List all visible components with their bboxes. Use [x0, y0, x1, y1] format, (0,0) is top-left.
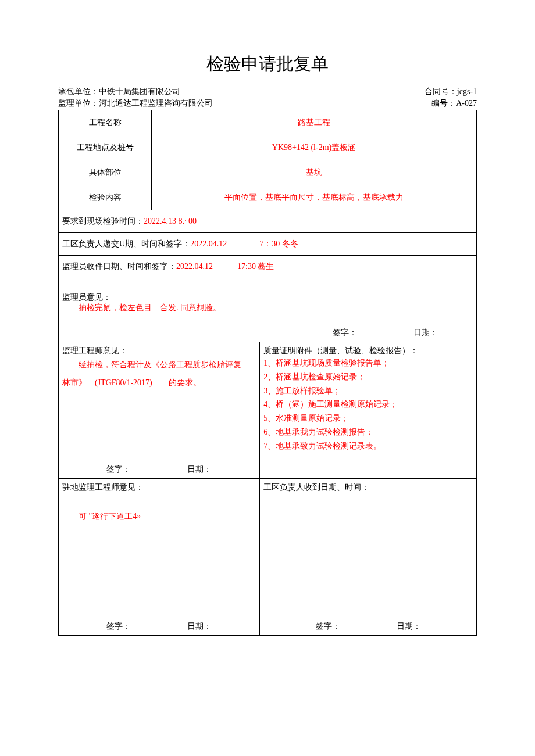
submit-value: 2022.04.12 7：30 冬冬 — [190, 239, 298, 248]
project-name-value: 路基工程 — [152, 110, 477, 135]
serial-no-value: A-027 — [456, 99, 477, 108]
attachment-3: 3、施工放样报验单； — [263, 384, 473, 398]
resident-text: 可 "遂行下道工4» — [79, 511, 256, 522]
supervisor-opinion-label: 监理员意见： — [62, 292, 473, 303]
row-require-time: 要求到现场检验时间：2022.4.13 8.· 00 — [59, 210, 477, 233]
content-label: 检验内容 — [59, 185, 152, 210]
serial-no-label: 编号： — [431, 99, 456, 108]
row-receive: 监理员收件日期、时间和签字：2022.04.12 17:30 蓦生 — [59, 256, 477, 278]
row-location: 工程地点及桩号 YK98+142 (l-2m)盖板涵 — [59, 135, 477, 160]
supervisor-value: 河北通达工程监理咨询有限公司 — [99, 99, 213, 108]
require-time-value: 2022.4.13 8.· 00 — [144, 217, 197, 225]
supervisor-label: 监理单位： — [58, 99, 99, 108]
engineer-sign-label: 签字： — [106, 465, 131, 474]
receiver-sign-label: 签字： — [316, 622, 340, 630]
resident-date-label: 日期： — [187, 622, 212, 630]
attachments-label: 质量证明附件（测量、试验、检验报告）： — [263, 346, 473, 356]
require-time-label: 要求到现场检验时间： — [62, 217, 144, 225]
engineer-date-label: 日期： — [187, 465, 212, 474]
row-resident-receiver: 驻地监理工程师意见： 可 "遂行下道工4» 签字： 日期： 工区负责人收到日期、… — [59, 479, 477, 636]
receiver-date-label: 日期： — [397, 622, 421, 630]
receiver-label: 工区负责人收到日期、时间： — [263, 482, 473, 493]
engineer-opinion-label: 监理工程师意见： — [62, 346, 256, 356]
attachment-5: 5、水准测量原始记录； — [263, 411, 473, 425]
row-content: 检验内容 平面位置，基底平而尺寸，基底标高，基底承载力 — [59, 185, 477, 210]
resident-label: 驻地监理工程师意见： — [62, 482, 256, 493]
attachment-1: 1、桥涵基坑现场质量检验报告单； — [263, 356, 473, 370]
content-value: 平面位置，基底平而尺寸，基底标高，基底承载力 — [152, 185, 477, 210]
supervisor-opinion-text: 抽检完鼠，检左色目 合发. 同意想脸。 — [79, 303, 473, 313]
supervisor-date-label: 日期： — [413, 328, 438, 337]
submit-label: 工区负责人递交U期、时间和签字： — [62, 239, 190, 248]
receive-value: 2022.04.12 17:30 蓦生 — [176, 262, 274, 271]
engineer-opinion-line1: 经抽检，符合程计及《公路工程质步枪胎评复 — [79, 360, 241, 369]
row-project-name: 工程名称 路基工程 — [59, 110, 477, 135]
attachment-2: 2、桥涵基坑检查原始记录； — [263, 370, 473, 384]
contract-no-label: 合同号： — [425, 87, 457, 96]
form-table: 工程名称 路基工程 工程地点及桩号 YK98+142 (l-2m)盖板涵 具体部… — [58, 110, 477, 636]
contract-no-value: jcgs-1 — [457, 87, 477, 96]
attachment-4: 4、桥（涵）施工测量检测原始记录； — [263, 397, 473, 411]
header-row-2: 监理单位：河北通达工程监理咨询有限公司 编号：A-027 — [58, 98, 477, 109]
engineer-opinion-line2: 林市》 (JTGF80/1-2017) 的要求。 — [62, 378, 201, 387]
row-part: 具体部位 基坑 — [59, 160, 477, 185]
document-title: 检验申请批复单 — [58, 52, 477, 76]
contractor-label: 承包单位： — [58, 87, 99, 96]
row-supervisor-opinion: 监理员意见： 抽检完鼠，检左色目 合发. 同意想脸。 签字： 日期： — [59, 278, 477, 342]
attachment-7: 7、地基承致力试验检测记录表。 — [263, 439, 473, 453]
resident-sign-label: 签字： — [106, 622, 131, 630]
part-label: 具体部位 — [59, 160, 152, 185]
location-label: 工程地点及桩号 — [59, 135, 152, 160]
project-name-label: 工程名称 — [59, 110, 152, 135]
part-value: 基坑 — [152, 160, 477, 185]
location-value: YK98+142 (l-2m)盖板涵 — [152, 135, 477, 160]
row-submit: 工区负责人递交U期、时间和签字：2022.04.12 7：30 冬冬 — [59, 233, 477, 256]
attachment-6: 6、地基承我力试验检测报告； — [263, 425, 473, 439]
header-row-1: 承包单位：中铁十局集团有限公司 合同号：jcgs-1 — [58, 87, 477, 97]
supervisor-sign-label: 签字： — [333, 328, 357, 337]
contractor-value: 中铁十局集团有限公司 — [99, 87, 180, 96]
row-engineer-attachments: 监理工程师意见： 经抽检，符合程计及《公路工程质步枪胎评复 林市》 (JTGF8… — [59, 342, 477, 479]
attachments-list: 1、桥涵基坑现场质量检验报告单； 2、桥涵基坑检查原始记录； 3、施工放样报验单… — [263, 356, 473, 453]
receive-label: 监理员收件日期、时间和签字： — [62, 262, 176, 271]
